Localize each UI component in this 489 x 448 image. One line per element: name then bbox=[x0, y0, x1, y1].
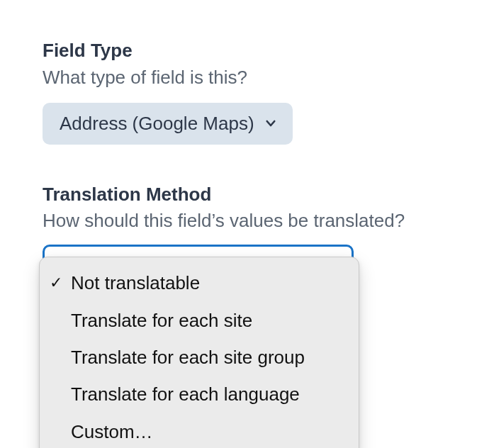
field-type-label: Field Type bbox=[43, 39, 446, 62]
dropdown-item-label: Custom… bbox=[71, 419, 153, 444]
chevron-down-icon bbox=[264, 117, 277, 130]
dropdown-item-each-language[interactable]: ✓ Translate for each language bbox=[40, 376, 359, 413]
field-type-group: Field Type What type of field is this? A… bbox=[43, 39, 446, 145]
dropdown-item-each-site[interactable]: ✓ Translate for each site bbox=[40, 302, 359, 339]
translation-method-label: Translation Method bbox=[43, 183, 446, 206]
translation-method-group: Translation Method How should this field… bbox=[43, 183, 446, 297]
check-icon: ✓ bbox=[50, 272, 71, 294]
dropdown-item-each-site-group[interactable]: ✓ Translate for each site group bbox=[40, 339, 359, 376]
field-type-select[interactable]: Address (Google Maps) bbox=[43, 103, 293, 145]
dropdown-item-label: Not translatable bbox=[71, 270, 200, 296]
dropdown-item-label: Translate for each language bbox=[71, 381, 300, 407]
translation-method-dropdown: ✓ Not translatable ✓ Translate for each … bbox=[39, 257, 359, 448]
field-type-description: What type of field is this? bbox=[43, 65, 446, 90]
dropdown-item-label: Translate for each site group bbox=[71, 345, 305, 370]
dropdown-item-custom[interactable]: ✓ Custom… bbox=[40, 413, 359, 448]
dropdown-item-not-translatable[interactable]: ✓ Not translatable bbox=[40, 264, 359, 301]
field-type-selected-value: Address (Google Maps) bbox=[60, 113, 254, 135]
dropdown-item-label: Translate for each site bbox=[71, 308, 252, 333]
translation-method-select[interactable]: ✓ Not translatable ✓ Translate for each … bbox=[43, 245, 354, 293]
translation-method-description: How should this field’s values be transl… bbox=[43, 208, 446, 233]
